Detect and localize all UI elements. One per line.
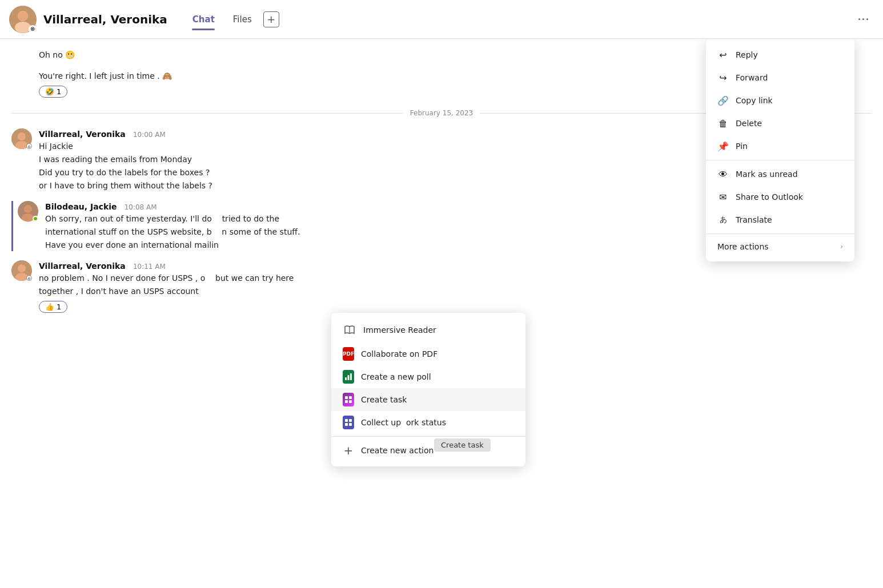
right-context-menu: ↩ Reply ↪ Forward 🔗 Copy link 🗑 Delete 📌… [706, 39, 854, 261]
svg-rect-15 [348, 375, 350, 380]
sender-name: Villarreal, Veronika [39, 130, 126, 139]
menu-label-collaborate-pdf: Collaborate on PDF [361, 349, 438, 359]
menu-label-translate: Translate [736, 215, 772, 224]
menu-item-immersive[interactable]: Immersive Reader [331, 317, 525, 343]
menu-item-share-outlook[interactable]: ✉ Share to Outlook [706, 186, 854, 208]
mark-unread-icon: 👁 [717, 168, 729, 180]
forward-icon: ↪ [717, 72, 729, 83]
reaction-pill[interactable]: 🤣 1 [39, 86, 67, 98]
msg-timestamp: 10:11 AM [133, 263, 166, 271]
delete-icon: 🗑 [717, 118, 729, 129]
immersive-reader-icon [343, 323, 356, 337]
svg-rect-22 [349, 419, 352, 422]
task-icon [343, 394, 354, 405]
sender-name: Bilodeau, Jackie [45, 202, 117, 211]
contact-avatar-wrap: ⊗ [9, 6, 37, 33]
reaction-emoji: 🤣 [45, 87, 54, 96]
svg-point-3 [18, 11, 28, 21]
svg-point-11 [18, 264, 26, 272]
collect-icon [343, 417, 354, 428]
svg-rect-17 [345, 396, 348, 399]
copy-link-icon: 🔗 [717, 95, 729, 106]
chat-tabs: Chat Files + [183, 10, 279, 29]
tab-chat[interactable]: Chat [183, 10, 224, 29]
message-block-veronika-2: ⊙ Villarreal, Veronika 10:11 AM no probl… [11, 260, 872, 313]
poll-icon [343, 371, 354, 382]
chat-area: Oh no 😬 You're right. I left just in tim… [0, 39, 883, 588]
pdf-icon: PDF [343, 348, 354, 360]
pin-icon: 📌 [717, 140, 729, 152]
svg-rect-19 [345, 400, 348, 403]
menu-item-new-action[interactable]: + Create new action [331, 439, 525, 462]
chat-header: ⊗ Villarreal, Veronika Chat Files + ··· [0, 0, 883, 39]
reaction-count: 1 [57, 87, 61, 96]
message-line-1: no problem . No I never done for USPS , … [39, 272, 872, 284]
sender-avatar-veronika: ⊙ [11, 128, 32, 149]
submenu-arrow-icon: › [840, 243, 843, 251]
tab-files[interactable]: Files [224, 10, 261, 29]
reaction-pill-2[interactable]: 👍 1 [39, 301, 67, 313]
more-options-button[interactable]: ··· [853, 10, 874, 29]
svg-rect-24 [349, 423, 352, 426]
svg-point-8 [24, 205, 32, 213]
menu-item-reply[interactable]: ↩ Reply [706, 43, 854, 66]
svg-rect-18 [349, 396, 352, 399]
left-context-menu: Immersive Reader PDF Collaborate on PDF … [331, 313, 525, 466]
msg-timestamp: 10:08 AM [125, 203, 157, 211]
avatar-settings-dot-2: ⊙ [26, 275, 32, 281]
menu-item-collaborate-pdf[interactable]: PDF Collaborate on PDF [331, 343, 525, 365]
menu-label-share-outlook: Share to Outlook [736, 192, 803, 202]
menu-item-more-actions[interactable]: More actions › [706, 236, 854, 257]
add-tab-button[interactable]: + [263, 11, 279, 27]
reaction-count-2: 1 [57, 303, 61, 311]
left-menu-divider [331, 436, 525, 437]
menu-label-new-poll: Create a new poll [361, 372, 431, 381]
menu-item-new-poll[interactable]: Create a new poll [331, 365, 525, 388]
menu-label-forward: Forward [736, 73, 768, 82]
reaction-area: 👍 1 [11, 297, 872, 313]
share-outlook-icon: ✉ [717, 191, 729, 203]
menu-item-collect[interactable]: Collect up ork status [331, 411, 525, 434]
reply-icon: ↩ [717, 49, 729, 61]
date-label: February 15, 2023 [410, 109, 473, 117]
menu-item-forward[interactable]: ↪ Forward [706, 66, 854, 89]
reaction-emoji-2: 👍 [45, 303, 54, 311]
new-action-icon: + [343, 445, 354, 456]
svg-rect-14 [345, 377, 347, 380]
msg-line: ⊙ Villarreal, Veronika 10:11 AM no probl… [11, 260, 872, 297]
svg-rect-16 [350, 373, 352, 380]
menu-item-mark-unread[interactable]: 👁 Mark as unread [706, 163, 854, 186]
svg-rect-21 [345, 419, 348, 422]
menu-label-pin: Pin [736, 142, 748, 151]
msg-timestamp: 10:00 AM [133, 131, 166, 139]
svg-point-5 [18, 132, 26, 140]
menu-label-new-action: Create new action [361, 446, 434, 455]
svg-rect-20 [349, 400, 352, 403]
translate-icon: あ [717, 214, 729, 225]
menu-label-immersive: Immersive Reader [363, 325, 436, 335]
sender-avatar-veronika-2: ⊙ [11, 260, 32, 281]
menu-item-delete[interactable]: 🗑 Delete [706, 112, 854, 135]
avatar-settings-dot: ⊙ [26, 143, 32, 149]
menu-item-pin[interactable]: 📌 Pin [706, 135, 854, 158]
avatar-status-badge: ⊗ [29, 25, 37, 33]
menu-label-more-actions: More actions [717, 242, 769, 251]
menu-label-copy-link: Copy link [736, 96, 773, 105]
msg-content: Villarreal, Veronika 10:11 AM no problem… [39, 260, 872, 297]
menu-label-collect: Collect up ork status [361, 418, 446, 427]
contact-name: Villarreal, Veronika [43, 13, 167, 26]
menu-label-delete: Delete [736, 119, 762, 128]
sender-name: Villarreal, Veronika [39, 261, 126, 271]
menu-divider-2 [706, 233, 854, 234]
menu-label-create-task: Create task [361, 395, 407, 404]
menu-item-create-task[interactable]: Create task [331, 388, 525, 411]
menu-divider-1 [706, 160, 854, 160]
online-status-dot [33, 216, 38, 221]
message-line-2: together , I don't have an USPS account [39, 285, 872, 297]
sender-avatar-jackie [18, 201, 38, 221]
menu-label-mark-unread: Mark as unread [736, 170, 798, 179]
svg-rect-23 [345, 423, 348, 426]
menu-label-reply: Reply [736, 50, 758, 59]
menu-item-copy-link[interactable]: 🔗 Copy link [706, 89, 854, 112]
menu-item-translate[interactable]: あ Translate [706, 208, 854, 231]
